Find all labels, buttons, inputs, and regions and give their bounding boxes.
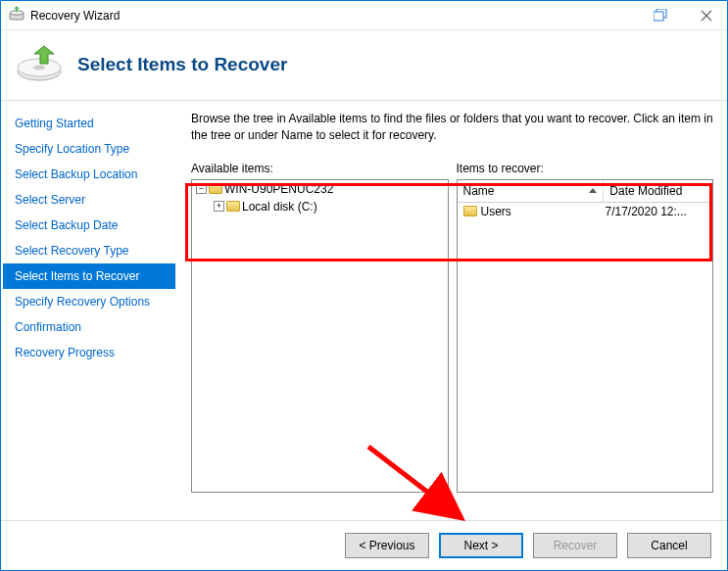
tree-collapse-icon[interactable]: − [196,183,207,194]
column-header-name[interactable]: Name [458,180,605,202]
step-specify-location-type[interactable]: Specify Location Type [3,136,175,162]
item-lists: Available items: − WIN-U90PENUC232 + Loc… [191,162,713,493]
app-icon [9,6,24,24]
previous-button[interactable]: < Previous [345,533,429,558]
page-title: Select Items to Recover [77,54,287,75]
step-select-items-to-recover[interactable]: Select Items to Recover [3,263,175,289]
wizard-header: Select Items to Recover [1,30,727,100]
wizard-header-icon [15,42,64,86]
cancel-button[interactable]: Cancel [627,533,711,558]
wizard-footer: < Previous Next > Recover Cancel [1,520,727,570]
step-select-server[interactable]: Select Server [3,187,175,213]
column-header-date[interactable]: Date Modified [604,180,712,202]
tree-node-child[interactable]: + Local disk (C:) [192,198,448,215]
step-select-backup-date[interactable]: Select Backup Date [3,213,175,238]
sort-asc-icon [589,188,597,193]
tree-node-label: WIN-U90PENUC232 [224,182,333,196]
content-pane: Browse the tree in Available items to fi… [177,101,727,521]
close-icon[interactable] [694,6,719,25]
tree-node-label: Local disk (C:) [242,200,317,214]
svg-point-6 [33,66,45,71]
step-getting-started[interactable]: Getting Started [3,111,175,136]
row-date: 7/17/2020 12:... [605,205,706,218]
list-header: Name Date Modified [458,180,713,203]
next-button[interactable]: Next > [439,533,523,558]
folder-icon [226,201,240,212]
step-specify-recovery-options[interactable]: Specify Recovery Options [3,289,175,314]
tree-node-root[interactable]: − WIN-U90PENUC232 [192,180,448,198]
wizard-body: Getting Started Specify Location Type Se… [1,100,727,521]
svg-rect-3 [654,12,663,21]
row-name: Users [481,205,511,218]
step-select-backup-location[interactable]: Select Backup Location [3,162,175,187]
items-to-recover-label: Items to recover: [457,162,714,175]
step-recovery-progress[interactable]: Recovery Progress [3,340,175,365]
step-select-recovery-type[interactable]: Select Recovery Type [3,238,175,263]
folder-icon [209,183,222,194]
recovery-wizard-window: Recovery Wizard Select Items to Recover [0,0,728,571]
wizard-steps-sidebar: Getting Started Specify Location Type Se… [1,101,177,521]
available-items-label: Available items: [191,162,449,175]
recover-button: Recover [533,533,617,558]
available-items-tree[interactable]: − WIN-U90PENUC232 + Local disk (C:) [191,179,449,493]
step-confirmation[interactable]: Confirmation [3,314,175,340]
instructions-text: Browse the tree in Available items to fi… [191,111,713,144]
window-title: Recovery Wizard [30,9,120,23]
tree-expand-icon[interactable]: + [214,201,224,212]
list-row[interactable]: Users 7/17/2020 12:... [458,203,713,220]
titlebar: Recovery Wizard [1,1,727,30]
items-to-recover-list[interactable]: Name Date Modified Users 7/17/2020 [457,179,714,493]
folder-icon [463,206,477,216]
restore-icon[interactable] [649,6,674,25]
